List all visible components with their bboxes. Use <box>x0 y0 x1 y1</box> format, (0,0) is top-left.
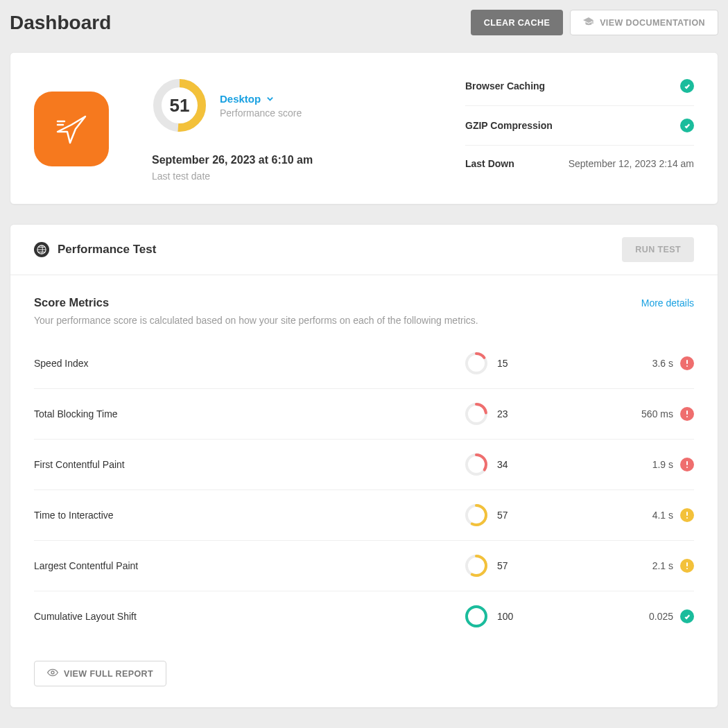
metric-score-value: 100 <box>497 611 513 622</box>
performance-score-gauge: 51 <box>152 78 207 133</box>
view-full-report-button[interactable]: VIEW FULL REPORT <box>34 661 166 686</box>
metric-value-text: 1.9 s <box>652 459 673 470</box>
svg-rect-12 <box>686 416 688 417</box>
metric-name: Cumulative Layout Shift <box>34 611 465 622</box>
metric-score: 15 <box>465 352 604 374</box>
status-badge-icon <box>680 356 694 370</box>
metric-value-text: 0.025 <box>649 611 673 622</box>
svg-rect-15 <box>686 461 688 465</box>
metric-score-value: 57 <box>497 510 508 521</box>
metric-score: 100 <box>465 605 604 627</box>
status-badge-icon <box>680 407 694 421</box>
eye-icon <box>47 668 58 679</box>
metric-value: 0.025 <box>604 609 694 623</box>
score-column: 51 Desktop Performance score September 2… <box>152 78 313 182</box>
metric-score-value: 57 <box>497 560 508 571</box>
svg-rect-24 <box>686 568 688 569</box>
performance-section-header: Performance Test RUN TEST <box>10 225 718 275</box>
svg-rect-20 <box>686 517 688 519</box>
header-buttons: CLEAR CACHE VIEW DOCUMENTATION <box>471 10 718 35</box>
metric-name: Total Blocking Time <box>34 408 465 419</box>
last-test-date: September 26, 2023 at 6:10 am <box>152 154 313 166</box>
metric-gauge <box>465 504 487 526</box>
view-full-report-label: VIEW FULL REPORT <box>64 669 153 679</box>
metric-score-value: 23 <box>497 408 508 419</box>
view-docs-label: VIEW DOCUMENTATION <box>600 18 705 28</box>
svg-rect-19 <box>686 512 688 516</box>
last-down-row: Last Down September 12, 2023 2:14 am <box>465 146 694 169</box>
metric-gauge <box>465 555 487 577</box>
svg-point-26 <box>467 607 486 626</box>
run-test-label: RUN TEST <box>635 245 681 254</box>
metric-gauge <box>465 352 487 374</box>
metrics-body: Score Metrics More details Your performa… <box>10 275 718 647</box>
clear-cache-label: CLEAR CACHE <box>484 18 550 28</box>
metric-value-text: 560 ms <box>641 408 673 419</box>
svg-rect-7 <box>686 360 688 364</box>
svg-rect-23 <box>686 562 688 566</box>
page-title: Dashboard <box>10 12 111 34</box>
gzip-row: GZIP Compression <box>465 106 694 146</box>
clear-cache-button[interactable]: CLEAR CACHE <box>471 10 563 35</box>
metric-value-text: 4.1 s <box>652 510 673 521</box>
overview-left: 51 Desktop Performance score September 2… <box>34 78 465 182</box>
gzip-label: GZIP Compression <box>465 120 553 131</box>
metric-gauge <box>465 605 487 627</box>
metric-value: 2.1 s <box>604 559 694 573</box>
svg-rect-8 <box>686 365 688 367</box>
run-test-button[interactable]: RUN TEST <box>622 237 694 262</box>
graduation-cap-icon <box>583 17 594 28</box>
performance-test-card: Performance Test RUN TEST Score Metrics … <box>10 224 718 708</box>
browser-caching-label: Browser Caching <box>465 80 545 92</box>
performance-footer: VIEW FULL REPORT <box>10 647 718 707</box>
metric-gauge <box>465 403 487 425</box>
performance-section-title: Performance Test <box>58 243 156 257</box>
last-test-date-sub: Last test date <box>152 171 313 182</box>
check-icon <box>680 79 694 93</box>
metric-value: 1.9 s <box>604 458 694 471</box>
metric-row: Cumulative Layout Shift1000.025 <box>34 591 694 641</box>
metric-row: Speed Index153.6 s <box>34 338 694 389</box>
metric-row: First Contentful Paint341.9 s <box>34 440 694 490</box>
device-selector[interactable]: Desktop <box>220 93 302 105</box>
overview-card: 51 Desktop Performance score September 2… <box>10 52 718 205</box>
metric-row: Largest Contentful Paint572.1 s <box>34 541 694 591</box>
last-down-value: September 12, 2023 2:14 am <box>569 158 694 169</box>
status-badge-icon <box>680 559 694 573</box>
device-sublabel: Performance score <box>220 107 302 119</box>
metric-score-value: 15 <box>497 358 508 369</box>
overview-right: Browser Caching GZIP Compression Last Do… <box>465 78 694 182</box>
metric-value: 3.6 s <box>604 356 694 370</box>
status-badge-icon <box>680 508 694 522</box>
metric-value-text: 2.1 s <box>652 560 673 571</box>
svg-point-27 <box>51 671 54 674</box>
metric-score-value: 34 <box>497 459 508 470</box>
status-badge-icon <box>680 458 694 471</box>
chevron-down-icon <box>266 93 274 105</box>
metric-value-text: 3.6 s <box>652 358 673 369</box>
metric-name: Speed Index <box>34 358 465 369</box>
metric-name: First Contentful Paint <box>34 459 465 470</box>
app-logo <box>34 92 109 166</box>
check-icon <box>680 119 694 132</box>
view-documentation-button[interactable]: VIEW DOCUMENTATION <box>570 10 718 35</box>
performance-score-value: 51 <box>152 78 207 133</box>
device-label: Desktop <box>220 93 261 105</box>
svg-rect-11 <box>686 410 688 415</box>
page-header: Dashboard CLEAR CACHE VIEW DOCUMENTATION <box>10 10 718 35</box>
metric-gauge <box>465 453 487 476</box>
metric-value: 560 ms <box>604 407 694 421</box>
metric-score: 23 <box>465 403 604 425</box>
last-down-label: Last Down <box>465 158 514 169</box>
metric-score: 34 <box>465 453 604 476</box>
score-metrics-sub: Your performance score is calculated bas… <box>34 315 694 326</box>
browser-caching-row: Browser Caching <box>465 78 694 106</box>
metric-name: Time to Interactive <box>34 510 465 521</box>
svg-rect-16 <box>686 467 688 468</box>
score-metrics-heading: Score Metrics <box>34 296 109 309</box>
metric-name: Largest Contentful Paint <box>34 560 465 571</box>
globe-icon <box>34 242 49 257</box>
metric-score: 57 <box>465 555 604 577</box>
more-details-link[interactable]: More details <box>641 297 694 309</box>
status-badge-icon <box>680 609 694 623</box>
